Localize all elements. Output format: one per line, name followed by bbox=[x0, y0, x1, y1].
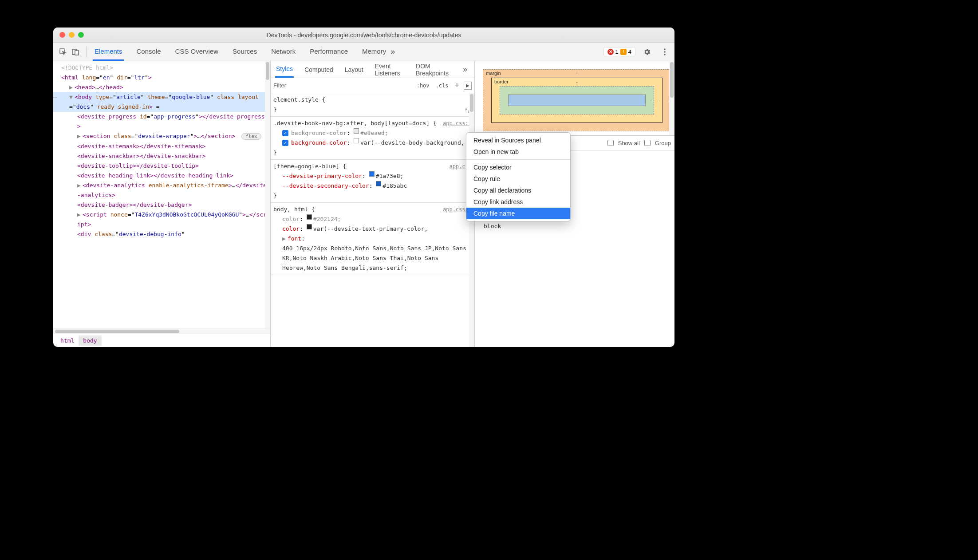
property-checkbox[interactable]: ✓ bbox=[282, 130, 288, 136]
menu-item-copy-link-address[interactable]: Copy link address bbox=[466, 196, 570, 208]
css-property[interactable]: color: #202124; bbox=[273, 214, 472, 224]
menu-item-copy-rule[interactable]: Copy rule bbox=[466, 173, 570, 185]
menu-item-copy-selector[interactable]: Copy selector bbox=[466, 162, 570, 173]
titlebar: DevTools - developers.google.com/web/too… bbox=[53, 28, 674, 43]
margin-top-value: - bbox=[576, 71, 578, 76]
settings-icon[interactable] bbox=[641, 46, 653, 58]
css-property[interactable]: ✓background-color: var(--devsite-body-ba… bbox=[273, 138, 472, 148]
warning-icon: ! bbox=[620, 49, 627, 55]
styles-tab-event-listeners[interactable]: Event Listeners bbox=[374, 61, 405, 81]
more-styles-tabs-icon[interactable]: » bbox=[460, 65, 470, 74]
dom-node[interactable]: ▶<section class="devsite-wrapper">…</sec… bbox=[53, 131, 270, 142]
css-property[interactable]: color: var(--devsite-text-primary-color, bbox=[273, 224, 472, 234]
dom-node[interactable]: <!DOCTYPE html> bbox=[53, 63, 270, 73]
cls-toggle[interactable]: .cls bbox=[434, 82, 450, 90]
css-property[interactable]: ▶font: 400 16px/24px Roboto,Noto Sans,No… bbox=[273, 234, 472, 273]
warning-count: 4 bbox=[628, 48, 631, 55]
dom-node[interactable]: ▶<devsite-analytics enable-analytics-ifr… bbox=[53, 181, 270, 200]
style-rule[interactable]: .devsite-book-nav-bg:after, body[layout=… bbox=[271, 117, 474, 160]
styles-tab-layout[interactable]: Layout bbox=[344, 62, 364, 77]
styles-tab-dom-breakpoints[interactable]: DOM Breakpoints bbox=[415, 61, 450, 81]
css-property[interactable]: --devsite-primary-color: #1a73e8; bbox=[273, 171, 472, 181]
dom-node[interactable]: <devsite-progress id="app-progress"></de… bbox=[53, 112, 270, 131]
tab-sources[interactable]: Sources bbox=[231, 43, 259, 61]
window-title: DevTools - developers.google.com/web/too… bbox=[53, 32, 674, 39]
rule-source-link[interactable]: app.css:1 bbox=[443, 118, 472, 128]
element-classes-icon[interactable]: ▶ bbox=[464, 82, 472, 90]
context-menu: Reveal in Sources panelOpen in new tabCo… bbox=[466, 132, 571, 221]
css-property[interactable]: ✓background-color: #e8eaed; bbox=[273, 128, 472, 138]
show-all-label: Show all bbox=[618, 140, 640, 146]
color-swatch[interactable] bbox=[376, 181, 381, 186]
tab-performance[interactable]: Performance bbox=[308, 43, 350, 61]
computed-vertical-scrollbar[interactable] bbox=[669, 61, 674, 135]
color-swatch[interactable] bbox=[354, 128, 359, 134]
color-swatch[interactable] bbox=[307, 214, 312, 220]
dom-node[interactable]: <html lang="en" dir="ltr"> bbox=[53, 73, 270, 83]
dom-node[interactable]: <div class="devsite-debug-info" bbox=[53, 229, 270, 239]
styles-filter-input[interactable] bbox=[273, 82, 412, 89]
svg-rect-2 bbox=[75, 51, 79, 55]
kebab-menu-icon[interactable] bbox=[659, 46, 671, 58]
console-status-badge[interactable]: ✕ 1 ! 4 bbox=[603, 47, 635, 56]
new-style-rule-button[interactable]: + bbox=[453, 81, 461, 90]
tab-console[interactable]: Console bbox=[135, 43, 163, 61]
margin-label: margin bbox=[486, 71, 501, 76]
breadcrumb-body[interactable]: body bbox=[79, 335, 101, 346]
toolbar-separator bbox=[86, 47, 87, 57]
breadcrumb-html[interactable]: html bbox=[56, 335, 79, 346]
svg-point-5 bbox=[664, 54, 666, 55]
dom-tree[interactable]: <!DOCTYPE html><html lang="en" dir="ltr"… bbox=[53, 61, 270, 328]
color-swatch[interactable] bbox=[307, 224, 312, 229]
error-icon: ✕ bbox=[607, 49, 614, 55]
toolbar-right: ✕ 1 ! 4 bbox=[603, 46, 671, 58]
dom-node[interactable]: <devsite-sitemask></devsite-sitemask> bbox=[53, 142, 270, 151]
show-all-checkbox[interactable] bbox=[607, 140, 614, 146]
dom-breadcrumbs: htmlbody bbox=[53, 334, 270, 347]
margin-right-value: - bbox=[667, 98, 669, 103]
styles-tab-styles[interactable]: Styles bbox=[275, 61, 294, 78]
dom-node[interactable]: ▶<script nonce="T4Z6xYq3dNOBkoGtcQCUL04y… bbox=[53, 210, 270, 229]
color-swatch[interactable] bbox=[354, 138, 359, 143]
property-checkbox[interactable]: ✓ bbox=[282, 140, 288, 146]
dom-node[interactable]: <devsite-tooltip></devsite-tooltip> bbox=[53, 161, 270, 171]
menu-separator bbox=[466, 159, 570, 160]
elements-panel: <!DOCTYPE html><html lang="en" dir="ltr"… bbox=[53, 61, 271, 347]
dom-node[interactable]: <devsite-snackbar></devsite-snackbar> bbox=[53, 151, 270, 161]
styles-panel: StylesComputedLayoutEvent ListenersDOM B… bbox=[271, 61, 475, 347]
device-toggle-icon[interactable] bbox=[69, 46, 82, 58]
group-label: Group bbox=[655, 140, 671, 146]
dom-node[interactable]: ⋯▼<body type="article" theme="google-blu… bbox=[53, 92, 270, 112]
css-property[interactable]: --devsite-secondary-color: #185abc bbox=[273, 181, 472, 191]
tab-css-overview[interactable]: CSS Overview bbox=[174, 43, 221, 61]
style-rule[interactable]: body, html {app.css:1color: #202124;colo… bbox=[271, 203, 474, 275]
styles-tab-computed[interactable]: Computed bbox=[304, 62, 334, 77]
main-tabs: ElementsConsoleCSS OverviewSourcesNetwor… bbox=[93, 43, 388, 61]
hov-toggle[interactable]: :hov bbox=[415, 82, 431, 90]
tab-memory[interactable]: Memory bbox=[360, 43, 388, 61]
menu-item-copy-all-declarations[interactable]: Copy all declarations bbox=[466, 185, 570, 196]
box-model[interactable]: margin - border - - - bbox=[475, 61, 674, 135]
tab-elements[interactable]: Elements bbox=[93, 43, 124, 61]
group-checkbox[interactable] bbox=[644, 140, 651, 146]
color-swatch[interactable] bbox=[369, 171, 375, 177]
style-rule[interactable]: element.style {}ᴬA bbox=[271, 93, 474, 117]
dom-node[interactable]: <devsite-badger></devsite-badger> bbox=[53, 200, 270, 210]
content-value bbox=[576, 98, 577, 103]
inspect-icon[interactable] bbox=[57, 46, 69, 58]
dom-node[interactable]: <devsite-heading-link></devsite-heading-… bbox=[53, 171, 270, 181]
dom-vertical-scrollbar[interactable] bbox=[265, 61, 270, 328]
menu-item-open-in-new-tab[interactable]: Open in new tab bbox=[466, 146, 570, 158]
menu-item-copy-file-name[interactable]: Copy file name bbox=[466, 208, 570, 219]
dom-node[interactable]: ▶<head>…</head> bbox=[53, 83, 270, 92]
menu-item-reveal-in-sources-panel[interactable]: Reveal in Sources panel bbox=[466, 134, 570, 146]
border-label: border bbox=[494, 79, 509, 84]
dom-horizontal-scrollbar[interactable] bbox=[53, 328, 270, 334]
style-rules[interactable]: element.style {}ᴬA.devsite-book-nav-bg:a… bbox=[271, 93, 474, 347]
padding-right-value: - bbox=[650, 98, 652, 103]
content-box bbox=[508, 95, 646, 106]
style-rule[interactable]: [theme=google-blue] {app.css--devsite-pr… bbox=[271, 160, 474, 203]
tab-network[interactable]: Network bbox=[269, 43, 297, 61]
main-toolbar: ElementsConsoleCSS OverviewSourcesNetwor… bbox=[53, 43, 674, 61]
more-tabs-icon[interactable]: » bbox=[388, 47, 398, 56]
